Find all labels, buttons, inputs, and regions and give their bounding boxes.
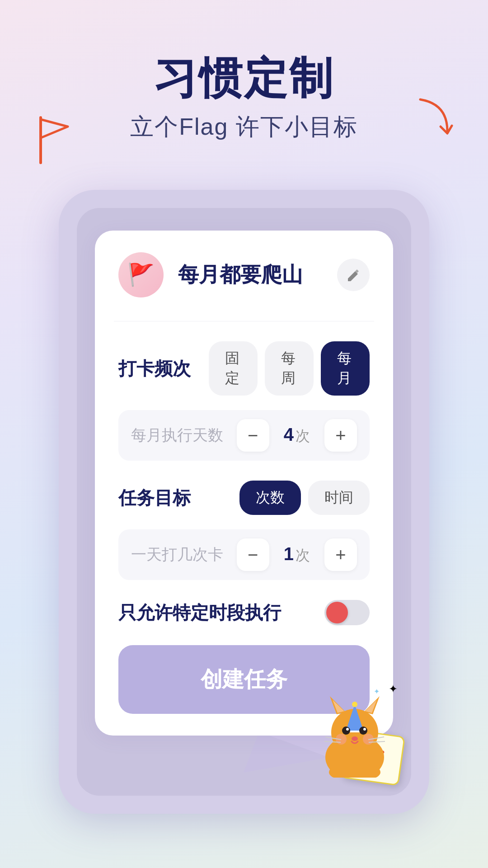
task-goal-option-time[interactable]: 时间 [308,481,370,515]
monthly-days-minus[interactable]: − [237,419,269,452]
main-title: 习惯定制 [0,54,488,102]
daily-checkins-row: 一天打几次卡 − 1次 + [118,529,370,580]
frequency-row: 打卡频次 固定 每周 每月 [118,341,370,396]
time-restriction-toggle[interactable] [324,600,370,625]
monthly-days-row: 每月执行天数 − 4次 + [118,410,370,461]
sub-title: 立个Flag 许下小目标 [0,111,488,143]
svg-point-9 [352,702,357,707]
habit-card: 🚩 每月都要爬山 打卡频次 固定 每周 每月 [95,231,393,736]
frequency-btn-group: 固定 每周 每月 [209,341,370,396]
header: 习惯定制 立个Flag 许下小目标 [0,0,488,161]
divider [114,321,374,321]
cat-sticker: ✦ ✦ [312,692,402,782]
monthly-days-controls: − 4次 + [237,419,357,452]
card-header: 🚩 每月都要爬山 [118,252,370,297]
monthly-days-label: 每月执行天数 [131,425,237,446]
task-goal-option-count[interactable]: 次数 [239,481,301,515]
daily-checkins-plus[interactable]: + [324,538,357,571]
daily-checkins-label: 一天打几次卡 [131,544,237,565]
svg-point-11 [359,726,367,735]
sparkle-icon: ✦ [389,683,398,695]
time-restriction-label: 只允许特定时段执行 [118,600,324,625]
task-goal-row: 任务目标 次数 时间 [118,481,370,515]
frequency-option-weekly[interactable]: 每周 [265,341,314,396]
svg-point-13 [363,728,366,731]
svg-point-10 [342,726,350,735]
frequency-label: 打卡频次 [118,356,209,381]
frequency-option-fixed[interactable]: 固定 [209,341,258,396]
cat-mascot [312,692,398,778]
svg-point-12 [346,728,349,731]
habit-title: 每月都要爬山 [178,261,337,289]
monthly-days-plus[interactable]: + [324,419,357,452]
time-restriction-row: 只允许特定时段执行 [118,600,370,625]
daily-checkins-value: 1次 [284,544,310,566]
task-goal-btn-group: 次数 时间 [239,481,370,515]
task-goal-label: 任务目标 [118,486,209,510]
habit-icon: 🚩 [118,252,164,297]
daily-checkins-minus[interactable]: − [237,538,269,571]
svg-point-14 [352,736,358,741]
device-inner: 🚩 每月都要爬山 打卡频次 固定 每周 每月 [77,208,411,796]
sparkle2-icon: ✦ [374,687,380,696]
frequency-option-monthly[interactable]: 每月 [321,341,370,396]
device-frame: 🚩 每月都要爬山 打卡频次 固定 每周 每月 [59,190,429,814]
edit-button[interactable] [337,259,370,291]
daily-checkins-controls: − 1次 + [237,538,357,571]
toggle-knob [326,602,348,623]
monthly-days-value: 4次 [284,425,310,446]
